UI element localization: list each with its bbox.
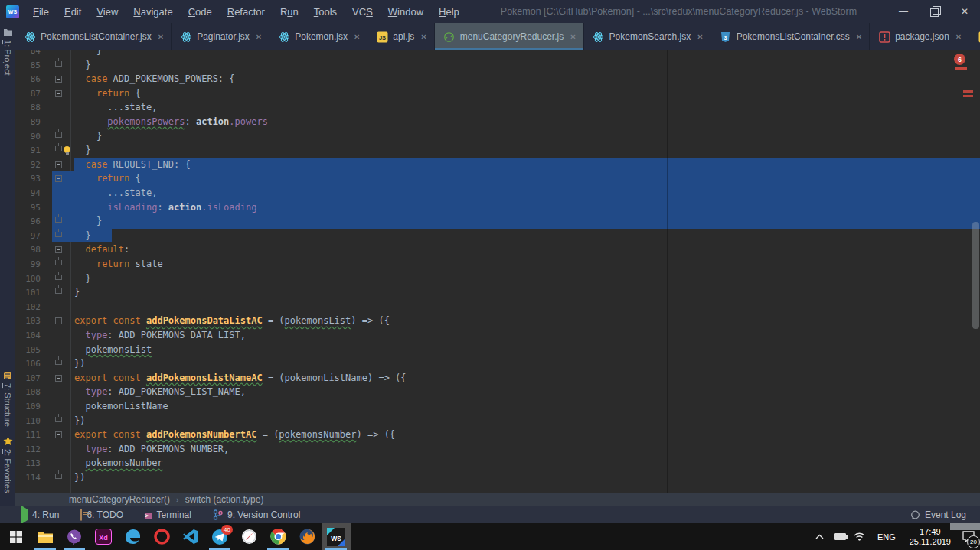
code-line-89[interactable]: 89 pokemonsPowers: action.powers <box>15 115 980 129</box>
code-line-103[interactable]: 103export const addPokemonsDataListAC = … <box>15 314 980 328</box>
close-tab-icon[interactable]: ✕ <box>420 33 426 41</box>
battery-icon[interactable] <box>830 523 850 550</box>
line-number[interactable]: 114 <box>19 470 41 485</box>
line-number[interactable]: 106 <box>19 356 41 371</box>
code-text[interactable]: return { <box>74 171 141 186</box>
code-text[interactable]: pokemonsList <box>74 343 152 357</box>
line-number[interactable]: 102 <box>19 300 41 314</box>
close-tab-icon[interactable]: ✕ <box>856 33 862 41</box>
code-text[interactable]: } <box>74 58 91 73</box>
menu-item-help[interactable]: Help <box>433 4 466 20</box>
tab-PokemonsListContainer.css[interactable]: 3PokemonsListContainer.css✕ <box>711 23 870 50</box>
inspections-error-indicator[interactable]: 6 <box>954 54 965 65</box>
line-number[interactable]: 90 <box>19 129 41 144</box>
taskbar-vscode[interactable] <box>176 523 205 550</box>
taskbar-file-explorer[interactable] <box>31 523 60 550</box>
toolwindow-6-todo[interactable]: 6: TODO <box>80 509 123 521</box>
error-stripe-mark[interactable] <box>963 90 973 93</box>
line-number[interactable]: 104 <box>19 328 41 343</box>
code-line-94[interactable]: 94 ...state, <box>15 186 980 200</box>
line-number[interactable]: 96 <box>19 214 41 229</box>
code-line-104[interactable]: 104 type: ADD_POKEMONS_DATA_LIST, <box>15 328 980 343</box>
code-line-87[interactable]: 87 return { <box>15 86 980 101</box>
code-line-95[interactable]: 95 isLoading: action.isLoading <box>15 200 980 215</box>
event-log-button[interactable]: Event Log <box>910 506 966 523</box>
tool-stripe-1-project[interactable]: 1: Project <box>0 28 15 75</box>
tool-stripe-2-favorites[interactable]: 2: Favorites <box>0 436 15 493</box>
code-text[interactable]: pokemonsNumber <box>74 456 163 470</box>
code-text[interactable]: isLoading: action.isLoading <box>74 200 256 215</box>
code-text[interactable]: return state <box>74 257 163 272</box>
code-text[interactable]: }) <box>74 356 85 371</box>
code-text[interactable]: } <box>74 214 102 229</box>
close-tab-icon[interactable]: ✕ <box>158 33 164 41</box>
line-number[interactable]: 89 <box>19 115 41 129</box>
code-text[interactable]: } <box>74 129 102 144</box>
line-number[interactable]: 94 <box>19 186 41 200</box>
taskbar-edge[interactable] <box>118 523 147 550</box>
line-number[interactable]: 92 <box>19 158 41 172</box>
restore-button[interactable] <box>919 0 949 23</box>
close-tab-icon[interactable]: ✕ <box>570 33 576 41</box>
code-line-114[interactable]: 114}) <box>15 470 980 485</box>
tab-Pokemon.jsx[interactable]: Pokemon.jsx✕ <box>270 23 368 50</box>
code-line-86[interactable]: 86 case ADD_POKEMONS_POWERS: { <box>15 72 980 86</box>
line-number[interactable]: 108 <box>19 385 41 399</box>
code-text[interactable]: export const addPokemonsNumbertAC = (pok… <box>74 428 395 442</box>
line-number[interactable]: 109 <box>19 399 41 414</box>
line-number[interactable]: 113 <box>19 456 41 470</box>
fold-collapse-icon[interactable] <box>55 90 62 97</box>
code-line-101[interactable]: 101} <box>15 285 980 300</box>
code-line-112[interactable]: 112 type: ADD_POKEMONS_NUMBER, <box>15 442 980 457</box>
code-line-97[interactable]: 97 } <box>15 229 980 243</box>
code-text[interactable]: type: ADD_POKEMONS_LIST_NAME, <box>74 385 246 399</box>
code-text[interactable]: ...state, <box>74 186 157 200</box>
line-number[interactable]: 100 <box>19 272 41 286</box>
tab-api.js[interactable]: JSapi.js✕ <box>368 23 434 50</box>
close-tab-icon[interactable]: ✕ <box>956 33 962 41</box>
code-line-98[interactable]: 98 default: <box>15 242 980 257</box>
menu-item-tools[interactable]: Tools <box>308 4 343 20</box>
code-line-88[interactable]: 88 ...state, <box>15 100 980 115</box>
line-number[interactable]: 107 <box>19 371 41 386</box>
code-line-106[interactable]: 106}) <box>15 356 980 371</box>
code-line-102[interactable]: 102 <box>15 300 980 314</box>
code-text[interactable]: } <box>74 143 91 158</box>
line-number[interactable]: 105 <box>19 343 41 357</box>
code-editor[interactable]: 84 }85 }86 case ADD_POKEMONS_POWERS: {87… <box>15 50 980 493</box>
fold-collapse-icon[interactable] <box>55 161 62 168</box>
taskbar-adobe-xd[interactable]: Xd <box>89 523 118 550</box>
taskbar-safari[interactable] <box>234 523 263 550</box>
code-text[interactable]: case ADD_POKEMONS_POWERS: { <box>74 72 235 86</box>
code-text[interactable]: } <box>74 50 102 58</box>
toolwindow-4-run[interactable]: 4: Run <box>21 509 59 521</box>
code-line-99[interactable]: 99 return state <box>15 257 980 272</box>
code-text[interactable]: } <box>74 285 80 300</box>
code-text[interactable]: } <box>74 272 91 286</box>
code-line-108[interactable]: 108 type: ADD_POKEMONS_LIST_NAME, <box>15 385 980 399</box>
line-number[interactable]: 87 <box>19 86 41 101</box>
taskbar-viber[interactable] <box>60 523 89 550</box>
toolwindow-9-version-control[interactable]: 9: Version Control <box>213 509 300 521</box>
code-text[interactable]: }) <box>74 470 85 485</box>
code-line-84[interactable]: 84 } <box>15 50 980 58</box>
code-line-90[interactable]: 90 } <box>15 129 980 144</box>
line-number[interactable]: 85 <box>19 58 41 73</box>
minimize-button[interactable]: — <box>888 0 919 23</box>
menu-item-window[interactable]: Window <box>382 4 430 20</box>
taskbar-chrome[interactable] <box>263 523 292 550</box>
fold-collapse-icon[interactable] <box>55 175 62 182</box>
fold-collapse-icon[interactable] <box>55 246 62 253</box>
code-line-85[interactable]: 85 } <box>15 58 980 73</box>
action-center-button[interactable]: 20 <box>957 523 980 550</box>
fold-collapse-icon[interactable] <box>55 375 62 382</box>
close-button[interactable]: ✕ <box>949 0 980 23</box>
clock[interactable]: 17:49 25.11.2019 <box>903 523 957 550</box>
code-line-100[interactable]: 100 } <box>15 272 980 286</box>
line-number[interactable]: 88 <box>19 100 41 115</box>
code-line-105[interactable]: 105 pokemonsList <box>15 343 980 357</box>
code-text[interactable]: } <box>74 229 91 243</box>
code-line-92[interactable]: 92 case REQUEST_END: { <box>15 158 980 172</box>
line-number[interactable]: 95 <box>19 200 41 215</box>
line-number[interactable]: 99 <box>19 257 41 272</box>
